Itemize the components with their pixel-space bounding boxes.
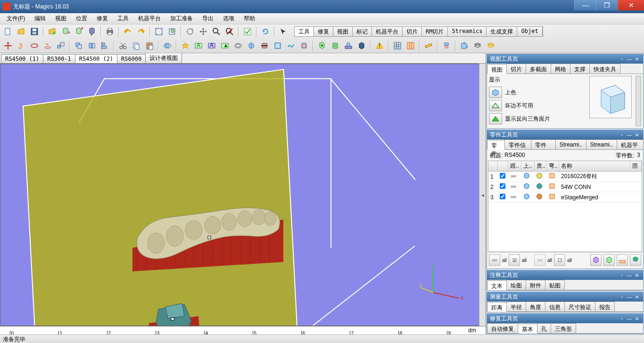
- pin-icon[interactable]: ▫: [619, 272, 625, 278]
- extrude-button[interactable]: [245, 40, 257, 52]
- pin-icon[interactable]: ▫: [619, 56, 625, 62]
- move-button[interactable]: [2, 40, 14, 52]
- row-checkbox[interactable]: [500, 194, 505, 199]
- label-a-button[interactable]: A: [192, 40, 205, 52]
- zoom-part-button[interactable]: [166, 25, 178, 38]
- panel-header[interactable]: 注释工具页 ▫ — ✕: [487, 270, 643, 280]
- close-icon[interactable]: ✕: [634, 131, 640, 138]
- close-icon[interactable]: ✕: [634, 315, 640, 322]
- copy-button[interactable]: [130, 40, 142, 52]
- mirror-button[interactable]: [86, 40, 98, 52]
- move-hand-button[interactable]: [15, 40, 27, 52]
- part-tool-1[interactable]: [590, 254, 602, 266]
- refresh-button[interactable]: [259, 25, 272, 38]
- tab-slice[interactable]: 切片: [506, 64, 526, 74]
- table-row[interactable]: 2 👓 54W CONN: [488, 182, 642, 192]
- close-icon[interactable]: ✕: [634, 56, 640, 62]
- tooltab-support[interactable]: 生成支撑: [487, 27, 517, 36]
- tab-view[interactable]: 视图: [487, 64, 507, 74]
- tab-dimension[interactable]: 尺寸验证: [564, 302, 595, 311]
- pin-icon[interactable]: ▫: [619, 315, 625, 322]
- menu-help[interactable]: 帮助: [239, 13, 260, 24]
- warning-button[interactable]: !: [373, 40, 386, 52]
- glasses-icon[interactable]: 👓: [508, 172, 521, 180]
- save-part-dropdown[interactable]: [86, 25, 98, 38]
- tab-radius[interactable]: 半径: [506, 302, 526, 311]
- tab-text[interactable]: 文本: [487, 280, 507, 290]
- pin-icon[interactable]: ▫: [619, 131, 625, 138]
- platform-button[interactable]: [342, 40, 355, 52]
- minus-icon[interactable]: —: [626, 131, 633, 138]
- part-tool-2[interactable]: [603, 254, 615, 266]
- menu-build-prep[interactable]: 加工准备: [165, 13, 198, 24]
- redo-button[interactable]: [135, 25, 147, 38]
- tab-parts[interactable]: 零件: [487, 140, 505, 150]
- panel-header[interactable]: 零件工具页 ▫ — ✕: [487, 130, 643, 139]
- puzzle-button[interactable]: [458, 40, 471, 52]
- menu-fix[interactable]: 修复: [92, 13, 113, 24]
- tab-triangles[interactable]: 三角形: [551, 323, 576, 333]
- row-checkbox[interactable]: [500, 183, 505, 189]
- tab-streamics1[interactable]: Streami..: [555, 139, 586, 149]
- tab-grid[interactable]: 网格: [551, 64, 570, 74]
- menu-machine[interactable]: 机器平台: [133, 13, 165, 24]
- align-button[interactable]: [99, 40, 111, 52]
- menu-file[interactable]: 文件(F): [2, 13, 30, 24]
- tab-multisection[interactable]: 多截面: [526, 64, 551, 74]
- maximize-button[interactable]: ❐: [596, 0, 618, 10]
- arrow-button[interactable]: [277, 25, 289, 38]
- minus-icon[interactable]: —: [626, 272, 633, 278]
- label-b-button[interactable]: A: [206, 40, 218, 52]
- model-spine[interactable]: [123, 191, 293, 276]
- table-row[interactable]: 3 👓 eStageMerged: [488, 192, 642, 203]
- minus-icon[interactable]: —: [626, 294, 633, 300]
- row-checkbox[interactable]: [500, 173, 505, 179]
- tab-attach[interactable]: 附件: [526, 280, 545, 290]
- duplicate-button[interactable]: [73, 40, 85, 52]
- tab-angle[interactable]: 角度: [526, 302, 545, 311]
- offset-button[interactable]: [298, 40, 310, 52]
- scrollbar[interactable]: [636, 76, 641, 126]
- zoom-fit-button[interactable]: [153, 25, 165, 38]
- menu-options[interactable]: 选项: [218, 13, 239, 24]
- paste-button[interactable]: [143, 40, 156, 52]
- 3d-viewport[interactable]: z x y: [0, 64, 486, 326]
- deselect-all-button[interactable]: ☐: [554, 254, 565, 266]
- minus-icon[interactable]: —: [626, 315, 633, 322]
- scene-tab[interactable]: RS300-1: [43, 54, 75, 63]
- perforate-button[interactable]: [272, 40, 284, 52]
- panel-header[interactable]: 测量工具页 ▫ — ✕: [487, 292, 643, 302]
- scene-tab[interactable]: RS4500 (2): [75, 54, 117, 63]
- save-button[interactable]: [28, 25, 41, 38]
- zoom-clear-button[interactable]: [223, 25, 236, 38]
- tab-texture[interactable]: 贴图: [545, 280, 565, 290]
- surface-button[interactable]: [285, 40, 297, 52]
- select-all-button[interactable]: ☑: [509, 254, 520, 266]
- glasses-icon[interactable]: 👓: [508, 183, 521, 191]
- scale-button[interactable]: [55, 40, 67, 52]
- tree-layers-button[interactable]: [329, 40, 341, 52]
- rotate-part-button[interactable]: [28, 40, 41, 52]
- layers-gold-button[interactable]: [485, 40, 497, 52]
- close-icon[interactable]: ✕: [634, 272, 640, 278]
- label-c-button[interactable]: ▲: [219, 40, 231, 52]
- grid-button[interactable]: [391, 40, 404, 52]
- glasses-icon[interactable]: 👓: [508, 193, 521, 201]
- pin-icon[interactable]: ▫: [619, 294, 625, 300]
- cut-section-button[interactable]: [258, 40, 271, 52]
- zoom-button[interactable]: [210, 25, 223, 38]
- menu-position[interactable]: 位置: [71, 13, 92, 24]
- import-part-button[interactable]: [46, 25, 58, 38]
- tree-up-button[interactable]: [316, 40, 328, 52]
- tooltab-objet[interactable]: Objet: [517, 27, 542, 36]
- shell-button[interactable]: [232, 40, 244, 52]
- tab-info[interactable]: 信息: [545, 302, 565, 311]
- tab-machine[interactable]: 机器平台: [617, 139, 644, 149]
- panel-header[interactable]: 视图工具页 ▫ — ✕: [487, 54, 643, 64]
- tooltab-view[interactable]: 视图: [333, 27, 353, 36]
- tab-support[interactable]: 支撑: [570, 64, 590, 74]
- tooltab-machine[interactable]: 机器平台: [372, 27, 403, 36]
- panel-header[interactable]: 修复工具页 ▫ — ✕: [487, 314, 643, 323]
- tab-draw[interactable]: 绘图: [506, 280, 526, 290]
- rotate-button[interactable]: [184, 25, 196, 38]
